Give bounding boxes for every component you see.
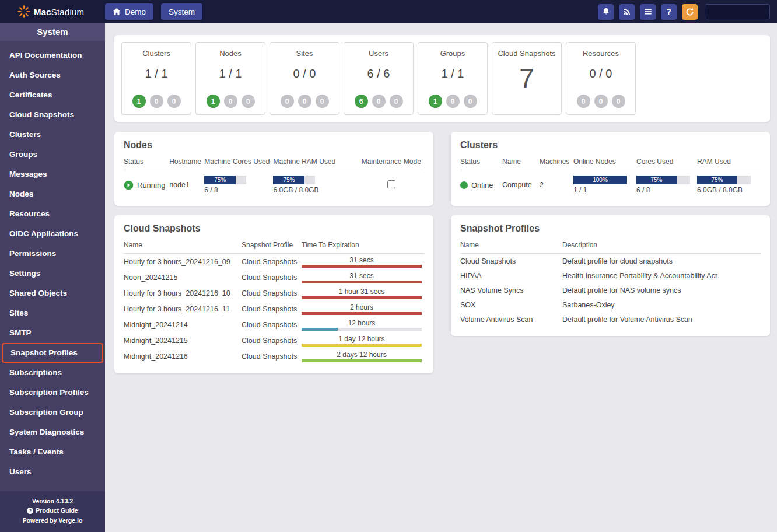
stat-box-cloud-snapshots[interactable]: Cloud Snapshots 7 (492, 42, 562, 115)
stat-box-clusters[interactable]: Clusters 1 / 1 1 0 0 (121, 42, 191, 115)
sidebar-item-system-diagnostics[interactable]: System Diagnostics (0, 422, 105, 442)
column-header: Name (124, 240, 242, 254)
snapshot-profile: Cloud Snapshots (242, 332, 302, 348)
sidebar-item-cloud-snapshots[interactable]: Cloud Snapshots (0, 105, 105, 125)
sidebar-item-messages[interactable]: Messages (0, 164, 105, 184)
cloud-snapshots-card: Cloud Snapshots Name Snapshot Profile Ti… (114, 215, 433, 373)
nodes-card: Nodes Status Hostname Machine Cores Used… (114, 132, 433, 206)
stat-box-nodes[interactable]: Nodes 1 / 1 1 0 0 (195, 42, 265, 115)
stat-badges: 0 0 0 (281, 94, 329, 108)
sidebar-item-groups[interactable]: Groups (0, 145, 105, 164)
status-badge: 0 (390, 94, 403, 108)
macstadium-logo[interactable]: MacStadium (0, 5, 105, 18)
expiration-label: 31 secs (302, 272, 422, 280)
product-guide-link[interactable]: ? Product Guide (4, 506, 102, 515)
column-header: Snapshot Profile (242, 240, 302, 254)
snapshot-row[interactable]: Midnight_20241214 Cloud Snapshots 12 hou… (124, 317, 424, 332)
stat-big-value: 7 (519, 62, 534, 94)
sidebar-item-tasks-events[interactable]: Tasks / Events (0, 442, 105, 462)
expiration-bar (302, 296, 422, 299)
sidebar-item-oidc-applications[interactable]: OIDC Applications (0, 224, 105, 244)
snapshot-row[interactable]: Midnight_20241215 Cloud Snapshots 1 day … (124, 332, 424, 348)
sidebar-item-clusters[interactable]: Clusters (0, 125, 105, 145)
snapshot-row[interactable]: Hourly for 3 hours_20241216_09 Cloud Sna… (124, 254, 424, 270)
sidebar-footer: Version 4.13.2 ? Product Guide Powered b… (0, 491, 105, 532)
ram-used-detail: 6.0GB / 8.0GB (273, 186, 358, 194)
sidebar-item-users[interactable]: Users (0, 462, 105, 482)
stat-box-sites[interactable]: Sites 0 / 0 0 0 0 (270, 42, 340, 115)
snapshot-row[interactable]: Midnight_20241216 Cloud Snapshots 2 days… (124, 348, 424, 364)
sidebar-item-smtp[interactable]: SMTP (0, 323, 105, 343)
sidebar-item-subscriptions[interactable]: Subscriptions (0, 363, 105, 383)
status-badge: 0 (242, 94, 255, 108)
demo-button-label: Demo (125, 8, 146, 16)
node-hostname: node1 (169, 170, 204, 197)
sidebar-item-settings[interactable]: Settings (0, 264, 105, 284)
profile-row[interactable]: Volume Antivirus Scan Default profile fo… (460, 312, 761, 327)
column-header: Name (460, 240, 562, 254)
cluster-row[interactable]: Online Compute 2 100% 1 / 1 (460, 170, 761, 197)
sidebar-item-auth-sources[interactable]: Auth Sources (0, 65, 105, 85)
sidebar-item-nodes[interactable]: Nodes (0, 184, 105, 204)
sidebar-item-shared-objects[interactable]: Shared Objects (0, 284, 105, 303)
status-badge: 0 (150, 94, 163, 108)
stat-box-groups[interactable]: Groups 1 / 1 1 0 0 (418, 42, 488, 115)
topbar-search-box[interactable] (705, 4, 770, 19)
snapshot-row[interactable]: Hourly for 3 hours_20241216_11 Cloud Sna… (124, 301, 424, 317)
status-badge: 0 (298, 94, 312, 108)
system-button[interactable]: System (161, 4, 202, 20)
profile-name: NAS Volume Syncs (460, 283, 562, 298)
profile-row[interactable]: NAS Volume Syncs Default profile for NAS… (460, 283, 761, 298)
sidebar-item-subscription-profiles[interactable]: Subscription Profiles (0, 383, 105, 402)
sidebar-item-sites[interactable]: Sites (0, 303, 105, 323)
snapshot-profile: Cloud Snapshots (242, 317, 302, 332)
sunburst-logo-icon (18, 5, 30, 18)
sidebar-item-subscription-group[interactable]: Subscription Group (0, 402, 105, 422)
stat-title: Sites (296, 49, 313, 58)
help-button[interactable]: ? (661, 4, 677, 20)
stat-title: Cloud Snapshots (498, 49, 555, 58)
stat-box-users[interactable]: Users 6 / 6 6 0 0 (344, 42, 414, 115)
node-row[interactable]: Running node1 75% 6 / 8 (124, 170, 424, 197)
profile-row[interactable]: HIPAA Health Insurance Portability & Acc… (460, 268, 761, 283)
sidebar-item-api-documentation[interactable]: API Documentation (0, 46, 105, 65)
snapshot-row[interactable]: Hourly for 3 hours_20241216_10 Cloud Sna… (124, 285, 424, 301)
version-label: Version 4.13.2 (4, 496, 102, 506)
expiration-bar (302, 312, 422, 315)
status-badge: 1 (206, 94, 220, 108)
profile-row[interactable]: Cloud Snapshots Default profile for clou… (460, 254, 761, 269)
demo-button[interactable]: Demo (105, 4, 153, 20)
column-header: Status (124, 156, 169, 170)
maintenance-mode-checkbox[interactable] (387, 180, 396, 188)
cluster-machines: 2 (540, 170, 573, 197)
sidebar-item-permissions[interactable]: Permissions (0, 244, 105, 264)
node-status: Running (137, 181, 165, 190)
sidebar-section-title: System (0, 23, 105, 41)
expiration-label: 1 hour 31 secs (302, 288, 422, 296)
expiration-bar (302, 265, 422, 268)
sidebar-item-snapshot-profiles[interactable]: Snapshot Profiles (2, 343, 103, 363)
stat-value: 1 / 1 (442, 67, 464, 80)
feed-button[interactable] (619, 4, 635, 20)
cluster-status: Online (471, 181, 494, 190)
profile-description: Default profile for Volume Antivirus Sca… (562, 312, 761, 327)
product-guide-label: Product Guide (36, 506, 78, 515)
profile-row[interactable]: SOX Sarbanes-Oxley (460, 298, 761, 312)
sidebar-item-certificates[interactable]: Certificates (0, 85, 105, 105)
column-header: Status (460, 156, 502, 170)
cloud-snapshots-card-title: Cloud Snapshots (124, 223, 424, 234)
profile-description: Sarbanes-Oxley (562, 298, 761, 312)
snapshot-profile: Cloud Snapshots (242, 301, 302, 317)
profile-description: Default profile for cloud snapshots (562, 254, 761, 269)
stat-box-resources[interactable]: Resources 0 / 0 0 0 0 (566, 42, 636, 115)
expiration-label: 2 days 12 hours (302, 351, 422, 359)
snapshot-row[interactable]: Noon_20241215 Cloud Snapshots 31 secs (124, 270, 424, 285)
snapshot-name: Hourly for 3 hours_20241216_10 (124, 285, 242, 301)
logs-button[interactable] (640, 4, 656, 20)
stat-badges: 6 0 0 (355, 94, 403, 108)
refresh-icon (685, 8, 694, 16)
snapshot-name: Hourly for 3 hours_20241216_09 (124, 254, 242, 270)
refresh-button[interactable] (682, 4, 698, 20)
sidebar-item-resources[interactable]: Resources (0, 204, 105, 224)
notifications-button[interactable] (598, 4, 614, 20)
